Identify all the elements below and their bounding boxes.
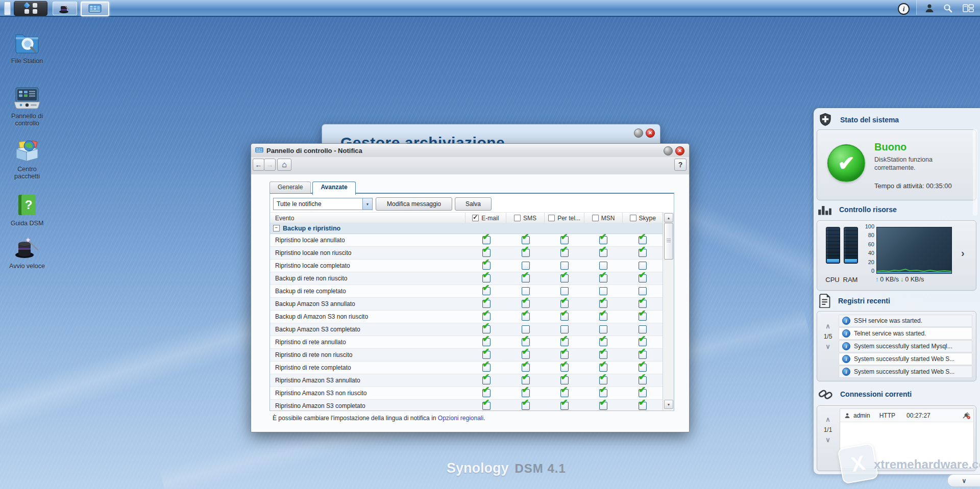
column-checkbox[interactable] — [548, 215, 555, 221]
desktop-icon-quick-start[interactable]: Avvio veloce — [1, 237, 54, 270]
notification-checkbox[interactable]: ✔ — [482, 287, 491, 295]
notification-checkbox[interactable]: ✔ — [599, 313, 607, 321]
notification-checkbox[interactable]: ✔ — [599, 376, 607, 384]
notification-checkbox[interactable]: ✔ — [482, 313, 491, 321]
notification-checkbox[interactable]: ✔ — [560, 389, 569, 397]
column-header-email[interactable]: E-mail — [465, 213, 506, 223]
notification-checkbox[interactable]: ✔ — [482, 338, 491, 346]
notification-checkbox[interactable]: ✔ — [599, 364, 607, 372]
notification-checkbox[interactable]: ✔ — [639, 338, 647, 346]
log-item[interactable]: iSystem successfully started Web S... — [839, 353, 972, 365]
notification-checkbox[interactable]: ✔ — [522, 364, 530, 372]
notification-checkbox[interactable]: ✔ — [522, 249, 530, 257]
notification-checkbox[interactable]: ✔ — [482, 262, 491, 270]
notification-checkbox[interactable] — [639, 262, 647, 270]
notification-checkbox[interactable]: ✔ — [599, 402, 607, 410]
notification-checkbox[interactable]: ✔ — [599, 236, 607, 244]
pilot-view-icon[interactable] — [963, 3, 974, 14]
log-item[interactable]: iSystem successfully started Web S... — [839, 366, 972, 378]
notification-checkbox[interactable]: ✔ — [639, 351, 647, 359]
notification-checkbox[interactable]: ✔ — [522, 300, 530, 308]
notification-checkbox[interactable]: ✔ — [560, 249, 569, 257]
notification-checkbox[interactable] — [522, 262, 530, 270]
notification-checkbox[interactable]: ✔ — [522, 313, 530, 321]
notification-checkbox[interactable] — [599, 287, 607, 295]
pager-down-icon[interactable]: ∨ — [819, 343, 837, 350]
notification-checkbox[interactable]: ✔ — [639, 402, 647, 410]
log-item[interactable]: iSystem successfully started Mysql... — [839, 340, 972, 352]
collapse-icon[interactable]: − — [273, 225, 280, 231]
column-checkbox[interactable] — [592, 215, 599, 221]
search-icon[interactable] — [942, 3, 953, 14]
notification-checkbox[interactable]: ✔ — [482, 364, 491, 372]
disconnect-icon[interactable] — [962, 412, 970, 419]
notification-checkbox[interactable]: ✔ — [599, 300, 607, 308]
notification-checkbox[interactable]: ✔ — [560, 376, 569, 384]
expand-resource-chevron[interactable]: › — [961, 247, 965, 259]
close-button[interactable]: ✕ — [646, 128, 655, 138]
pager-up-icon[interactable]: ∧ — [819, 323, 837, 330]
scroll-up-button[interactable]: ▲ — [664, 213, 673, 222]
back-button[interactable]: ← — [253, 159, 264, 171]
sidebar-collapse-tab[interactable]: ∨ — [947, 474, 980, 487]
table-row[interactable]: Ripristino locale non riuscito✔✔✔✔✔ — [270, 246, 663, 259]
notification-checkbox[interactable]: ✔ — [482, 236, 491, 244]
dialog-titlebar[interactable]: Pannello di controllo - Notifica ✕ — [251, 144, 689, 158]
notification-checkbox[interactable]: ✔ — [639, 249, 647, 257]
edit-message-button[interactable]: Modifica messaggio — [376, 197, 452, 211]
notification-checkbox[interactable]: ✔ — [522, 236, 530, 244]
notification-checkbox[interactable]: ✔ — [639, 364, 647, 372]
notification-checkbox[interactable]: ✔ — [482, 249, 491, 257]
pager-up-icon[interactable]: ∧ — [819, 416, 837, 423]
notification-checkbox[interactable]: ✔ — [522, 351, 530, 359]
notification-checkbox[interactable] — [522, 325, 530, 333]
column-header-pertel[interactable]: Per tel... — [544, 213, 584, 223]
notification-checkbox[interactable]: ✔ — [560, 274, 569, 282]
column-header-evento[interactable]: Evento — [270, 213, 465, 223]
notification-checkbox[interactable]: ✔ — [599, 389, 607, 397]
column-header-msn[interactable]: MSN — [584, 213, 623, 223]
column-checkbox[interactable] — [472, 215, 479, 221]
notification-checkbox[interactable]: ✔ — [599, 351, 607, 359]
column-checkbox[interactable] — [630, 215, 636, 221]
notification-checkbox[interactable]: ✔ — [639, 236, 647, 244]
notification-checkbox[interactable] — [639, 325, 647, 333]
quick-start-taskbar-button[interactable] — [53, 2, 77, 15]
minimize-button[interactable] — [634, 128, 643, 138]
notification-checkbox[interactable]: ✔ — [639, 376, 647, 384]
tab-generale[interactable]: Generale — [270, 182, 311, 193]
main-menu-button[interactable] — [14, 1, 47, 16]
notification-filter-dropdown[interactable]: Tutte le notifiche ▼ — [273, 198, 373, 210]
pager-down-icon[interactable]: ∨ — [819, 436, 837, 444]
close-button[interactable]: ✕ — [675, 146, 684, 156]
notification-checkbox[interactable]: ✔ — [482, 325, 491, 333]
notification-checkbox[interactable] — [599, 262, 607, 270]
notification-checkbox[interactable]: ✔ — [560, 351, 569, 359]
desktop-icon-control-panel[interactable]: Pannello di controllo — [1, 87, 54, 127]
minimize-button[interactable] — [664, 146, 673, 156]
show-desktop-button[interactable] — [4, 2, 11, 15]
log-item[interactable]: iSSH service was started. — [839, 315, 972, 327]
notification-checkbox[interactable]: ✔ — [522, 389, 530, 397]
scroll-down-button[interactable]: ▼ — [664, 400, 673, 409]
vertical-scrollbar[interactable]: ▲ ▼ — [663, 212, 674, 410]
notification-checkbox[interactable]: ✔ — [560, 300, 569, 308]
notification-checkbox[interactable]: ✔ — [639, 274, 647, 282]
desktop-icon-file-station[interactable]: File Station — [1, 31, 54, 65]
regional-options-link[interactable]: Opzioni regionali — [438, 415, 483, 422]
tab-avanzate[interactable]: Avanzate — [312, 182, 355, 195]
notification-checkbox[interactable] — [522, 287, 530, 295]
notification-checkbox[interactable]: ✔ — [522, 402, 530, 410]
notification-checkbox[interactable]: ✔ — [599, 274, 607, 282]
notification-checkbox[interactable]: ✔ — [560, 236, 569, 244]
user-icon[interactable] — [924, 3, 935, 14]
notification-checkbox[interactable] — [560, 262, 569, 270]
notification-checkbox[interactable]: ✔ — [639, 313, 647, 321]
notification-checkbox[interactable]: ✔ — [599, 338, 607, 346]
notification-checkbox[interactable] — [639, 287, 647, 295]
notification-checkbox[interactable]: ✔ — [560, 338, 569, 346]
notification-checkbox[interactable]: ✔ — [522, 274, 530, 282]
column-checkbox[interactable] — [514, 215, 521, 221]
notification-checkbox[interactable]: ✔ — [560, 313, 569, 321]
notification-checkbox[interactable]: ✔ — [560, 402, 569, 410]
